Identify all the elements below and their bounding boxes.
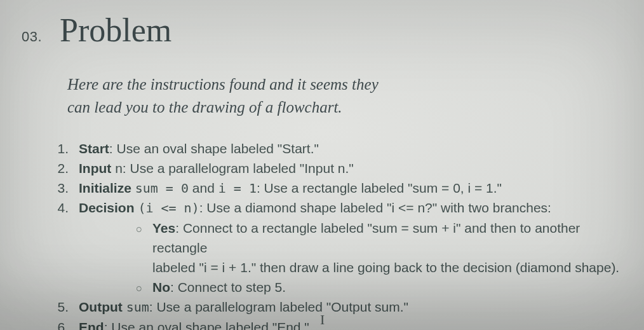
item-number: 2. (50, 158, 79, 178)
sub-line-1: : Connect to step 5. (170, 280, 286, 294)
sub-body: Yes: Connect to a rectangle labeled "sum… (152, 218, 622, 277)
item-label: Decision (79, 200, 135, 215)
instruction-list: 1. Start: Use an oval shape labeled "Sta… (50, 139, 622, 331)
item-label: End (79, 320, 104, 330)
item-rest: : Use a rectangle labeled "sum = 0, i = … (257, 181, 502, 195)
item-rest: : Use an oval shape labeled "End." (104, 320, 309, 330)
sub-label: No (152, 280, 170, 294)
list-item: 3. Initialize sum = 0 and i = 1: Use a r… (50, 178, 622, 198)
list-item: 2. Input n: Use a parallelogram labeled … (50, 158, 622, 178)
item-number: 6. (50, 317, 79, 330)
sub-item: ○ Yes: Connect to a rectangle labeled "s… (128, 218, 622, 277)
item-rest: : Use a parallelogram labeled "Output su… (149, 299, 408, 314)
item-number: 1. (50, 139, 79, 158)
intro-line-2: can lead you to the drawing of a flowcha… (67, 96, 550, 119)
code: sum (126, 299, 149, 315)
item-rest: : Use a diamond shape labeled "i <= n?" … (199, 200, 551, 215)
intro-text: Here are the instructions found and it s… (67, 73, 550, 120)
code: i = 1 (218, 181, 257, 196)
sub-line-2: labeled "i = i + 1." then draw a line go… (152, 260, 619, 275)
heading-title: Problem (60, 11, 171, 49)
item-body: Start: Use an oval shape labeled "Start.… (79, 139, 622, 158)
sub-list: ○ Yes: Connect to a rectangle labeled "s… (128, 218, 622, 297)
list-item: 4. Decision (i <= n): Use a diamond shap… (50, 198, 622, 218)
item-label: Output (79, 299, 123, 314)
item-label: Initialize (79, 181, 131, 195)
sub-item: ○ No: Connect to step 5. (128, 277, 622, 297)
item-number: 3. (50, 178, 79, 198)
code: (i <= n) (138, 200, 199, 216)
item-rest: n: Use a parallelogram labeled "Input n.… (111, 161, 353, 175)
item-body: Input n: Use a parallelogram labeled "In… (79, 158, 622, 178)
item-body: Output sum: Use a parallelogram labeled … (79, 297, 622, 317)
sub-line-1: : Connect to a rectangle labeled "sum = … (152, 221, 580, 255)
item-rest: : Use an oval shape labeled "Start." (109, 141, 319, 156)
problem-page: 03. Problem Here are the instructions fo… (0, 0, 644, 330)
list-item: 1. Start: Use an oval shape labeled "Sta… (50, 139, 622, 158)
heading-number: 03. (22, 29, 42, 45)
item-body: Initialize sum = 0 and i = 1: Use a rect… (79, 178, 622, 198)
heading-row: 03. Problem (22, 11, 622, 49)
item-label: Input (79, 161, 111, 175)
sub-label: Yes (152, 221, 175, 235)
text-cursor-icon: I (320, 312, 325, 328)
item-body: End: Use an oval shape labeled "End." (79, 317, 622, 330)
list-item: 5. Output sum: Use a parallelogram label… (50, 297, 622, 317)
sub-body: No: Connect to step 5. (152, 277, 622, 297)
intro-line-1: Here are the instructions found and it s… (67, 73, 550, 96)
item-number: 4. (50, 198, 79, 217)
bullet-icon: ○ (128, 280, 152, 296)
item-number: 5. (50, 297, 79, 317)
code: sum = 0 (135, 181, 189, 196)
item-body: Decision (i <= n): Use a diamond shape l… (79, 198, 622, 218)
list-item: 6. End: Use an oval shape labeled "End." (50, 317, 622, 330)
mid: and (189, 181, 218, 195)
bullet-icon: ○ (128, 221, 152, 237)
item-label: Start (79, 141, 109, 156)
